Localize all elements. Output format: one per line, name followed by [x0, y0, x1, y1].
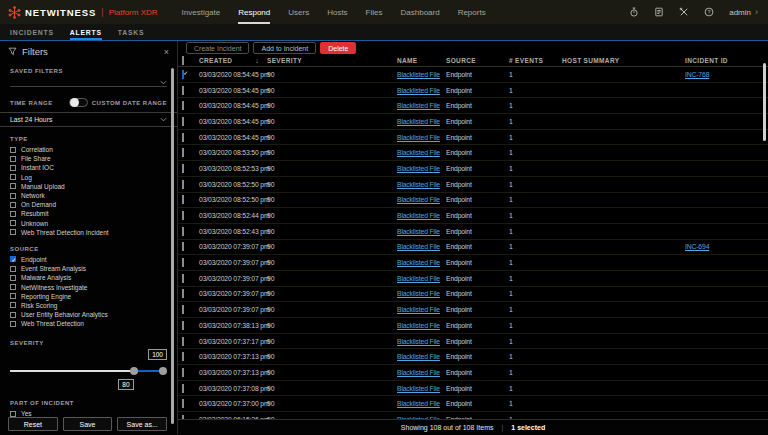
column-source[interactable]: SOURCE — [442, 55, 505, 67]
alert-name-link[interactable]: Blacklisted File — [397, 290, 440, 297]
alert-name-link[interactable]: Blacklisted File — [397, 338, 440, 345]
source-checkbox-netwitness-investigate[interactable] — [10, 284, 16, 290]
source-option-risk-scoring[interactable]: Risk Scoring — [10, 301, 167, 310]
nav-item-respond[interactable]: Respond — [238, 0, 270, 24]
row-checkbox[interactable] — [182, 133, 184, 142]
type-option-instant-ioc[interactable]: Instant IOC — [10, 163, 167, 172]
filters-scrollbar[interactable] — [171, 68, 174, 424]
row-checkbox[interactable] — [182, 352, 184, 361]
alert-name-link[interactable]: Blacklisted File — [397, 228, 440, 235]
user-menu[interactable]: admin › — [729, 7, 758, 17]
column-events[interactable]: # EVENTS — [505, 55, 558, 67]
column-name[interactable]: NAME — [393, 55, 442, 67]
type-checkbox-file-share[interactable] — [10, 156, 16, 162]
sort-descending-icon[interactable]: ↓ — [255, 57, 259, 64]
type-checkbox-unknown[interactable] — [10, 220, 16, 226]
source-option-user-entity-behavior-analytics[interactable]: User Entity Behavior Analytics — [10, 310, 167, 319]
nav-item-reports[interactable]: Reports — [458, 0, 486, 24]
type-checkbox-network[interactable] — [10, 193, 16, 199]
custom-date-range-toggle[interactable]: CUSTOM DATE RANGE — [69, 98, 167, 107]
type-checkbox-web-threat-detection-incident[interactable] — [10, 229, 16, 235]
select-all-checkbox[interactable] — [182, 56, 184, 65]
source-option-netwitness-investigate[interactable]: NetWitness Investigate — [10, 282, 167, 291]
source-checkbox-endpoint[interactable] — [10, 256, 16, 262]
alert-name-link[interactable]: Blacklisted File — [397, 385, 440, 392]
alert-name-link[interactable]: Blacklisted File — [397, 196, 440, 203]
row-checkbox[interactable] — [182, 368, 184, 377]
type-option-log[interactable]: Log — [10, 173, 167, 182]
type-option-unknown[interactable]: Unknown — [10, 219, 167, 228]
nav-item-investigate[interactable]: Investigate — [182, 0, 221, 24]
type-checkbox-manual-upload[interactable] — [10, 183, 16, 189]
row-checkbox[interactable] — [182, 384, 184, 393]
add-to-incident-button[interactable]: Add to Incident — [253, 42, 316, 54]
row-checkbox[interactable] — [182, 242, 184, 251]
time-range-select[interactable]: Last 24 Hours — [0, 112, 177, 127]
alert-name-link[interactable]: Blacklisted File — [397, 259, 440, 266]
type-option-web-threat-detection-incident[interactable]: Web Threat Detection Incident — [10, 228, 167, 237]
alert-name-link[interactable]: Blacklisted File — [397, 118, 440, 125]
filter-save-button[interactable]: Save — [63, 417, 113, 431]
type-option-network[interactable]: Network — [10, 191, 167, 200]
source-option-endpoint[interactable]: Endpoint — [10, 255, 167, 264]
source-checkbox-malware-analysis[interactable] — [10, 275, 16, 281]
column-host-summary[interactable]: HOST SUMMARY — [558, 55, 681, 67]
nav-item-files[interactable]: Files — [366, 0, 383, 24]
source-checkbox-user-entity-behavior-analytics[interactable] — [10, 312, 16, 318]
brand[interactable]: NETWITNESS | Platform XDR — [8, 0, 158, 24]
tab-tasks[interactable]: TASKS — [118, 24, 145, 40]
alert-name-link[interactable]: Blacklisted File — [397, 149, 440, 156]
nav-item-hosts[interactable]: Hosts — [327, 0, 347, 24]
incident-id-link[interactable]: INC-694 — [685, 243, 709, 250]
row-checkbox[interactable] — [182, 399, 184, 408]
row-checkbox[interactable] — [182, 321, 184, 330]
severity-slider-handle-low[interactable] — [130, 367, 138, 375]
alert-name-link[interactable]: Blacklisted File — [397, 212, 440, 219]
source-checkbox-reporting-engine[interactable] — [10, 293, 16, 299]
alert-name-link[interactable]: Blacklisted File — [397, 134, 440, 141]
severity-slider[interactable] — [10, 366, 167, 375]
alert-name-link[interactable]: Blacklisted File — [397, 181, 440, 188]
alert-name-link[interactable]: Blacklisted File — [397, 306, 440, 313]
type-checkbox-instant-ioc[interactable] — [10, 165, 16, 171]
type-checkbox-correlation[interactable] — [10, 147, 16, 153]
row-checkbox[interactable] — [182, 289, 184, 298]
table-scrollbar[interactable] — [763, 63, 766, 141]
alert-name-link[interactable]: Blacklisted File — [397, 243, 440, 250]
row-checkbox[interactable] — [182, 305, 184, 314]
row-checkbox[interactable] — [182, 258, 184, 267]
tools-icon[interactable] — [679, 7, 689, 17]
column-incident-id[interactable]: INCIDENT ID — [681, 55, 768, 67]
alert-name-link[interactable]: Blacklisted File — [397, 102, 440, 109]
column-severity[interactable]: SEVERITY — [263, 55, 393, 67]
nav-item-users[interactable]: Users — [288, 0, 309, 24]
tab-alerts[interactable]: ALERTS — [70, 24, 102, 40]
type-option-resubmit[interactable]: Resubmit — [10, 209, 167, 218]
row-checkbox[interactable] — [182, 86, 184, 95]
type-option-on-demand[interactable]: On Demand — [10, 200, 167, 209]
row-checkbox[interactable] — [182, 148, 184, 157]
alert-name-link[interactable]: Blacklisted File — [397, 87, 440, 94]
row-checkbox[interactable] — [182, 227, 184, 236]
tab-incidents[interactable]: INCIDENTS — [10, 24, 54, 40]
source-option-reporting-engine[interactable]: Reporting Engine — [10, 292, 167, 301]
alert-name-link[interactable]: Blacklisted File — [397, 322, 440, 329]
saved-filters-dropdown[interactable] — [10, 74, 167, 87]
toggle-track[interactable] — [69, 98, 88, 107]
source-option-web-threat-detection[interactable]: Web Threat Detection — [10, 319, 167, 328]
row-checkbox[interactable] — [182, 180, 184, 189]
alert-name-link[interactable]: Blacklisted File — [397, 369, 440, 376]
type-checkbox-on-demand[interactable] — [10, 202, 16, 208]
row-checkbox[interactable] — [182, 274, 184, 283]
source-checkbox-web-threat-detection[interactable] — [10, 321, 16, 327]
row-checkbox[interactable] — [182, 70, 184, 79]
source-checkbox-risk-scoring[interactable] — [10, 302, 16, 308]
source-checkbox-event-stream-analysis[interactable] — [10, 266, 16, 272]
toggle-knob[interactable] — [70, 98, 79, 107]
row-checkbox[interactable] — [182, 164, 184, 173]
severity-slider-handle-high[interactable] — [159, 367, 167, 375]
incident-id-link[interactable]: INC-768 — [685, 71, 709, 78]
report-icon[interactable] — [654, 7, 664, 17]
nav-item-dashboard[interactable]: Dashboard — [401, 0, 440, 24]
row-checkbox[interactable] — [182, 337, 184, 346]
